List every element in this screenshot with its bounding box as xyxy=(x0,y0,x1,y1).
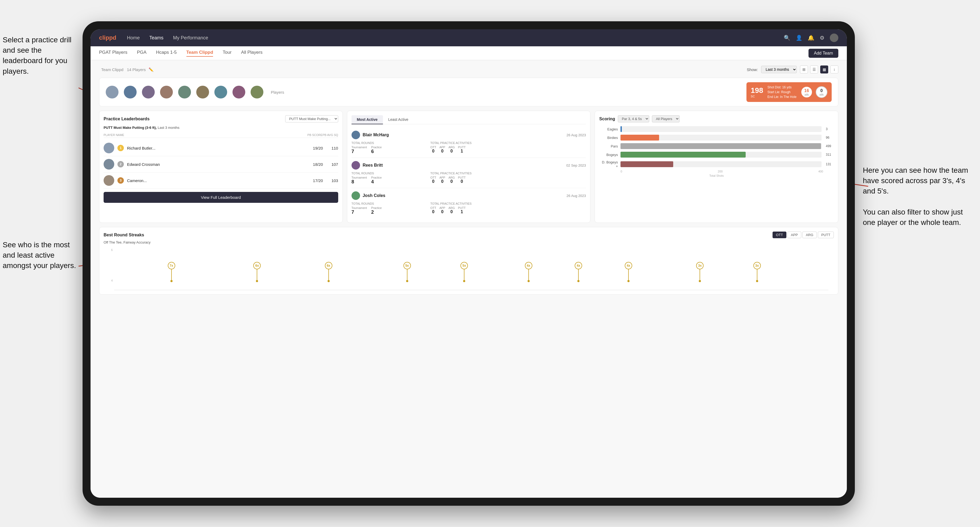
user-avatar[interactable] xyxy=(830,33,838,42)
navbar-links: Home Teams My Performance xyxy=(127,35,784,41)
pa-ott-label-2: OTT xyxy=(430,176,436,179)
pa-tournament-label-3: Tournament xyxy=(352,206,367,210)
pa-rounds-group-1: Total Rounds Tournament 7 Practice 6 xyxy=(352,141,428,154)
subnav-tour[interactable]: Tour xyxy=(223,50,231,57)
streaks-y-axis: 6 4 xyxy=(103,248,114,290)
lb-avg-1: 110 xyxy=(332,146,338,151)
leaderboard-row-1: 1 Richard Butler... 19/20 110 xyxy=(103,140,338,156)
streak-bottom-dot-2 xyxy=(328,280,330,282)
pa-app-label-1: APP xyxy=(439,146,445,149)
navbar: clippd Home Teams My Performance 🔍 👤 🔔 ⚙ xyxy=(91,29,847,46)
pa-name-3: Josh Coles xyxy=(352,191,385,200)
yds2-value: 0 xyxy=(821,88,823,93)
streak-bottom-dot-8 xyxy=(699,280,701,282)
view-leaderboard-btn[interactable]: View Full Leaderboard xyxy=(103,192,338,203)
streaks-subtitle: Off The Tee, Fairway Accuracy xyxy=(103,240,834,244)
view-grid-btn[interactable]: ⊞ xyxy=(800,65,808,73)
pa-practice-group-1: Total Practice Activities OTT 0 APP 0 xyxy=(430,141,507,154)
start-lie: Start Lie: Rough xyxy=(767,90,797,94)
leaderboard-table-header: PLAYER NAME PB SCORE PB AVG SQ xyxy=(103,132,338,138)
pa-mini-stats-2: OTT 0 APP 0 ARG 0 xyxy=(430,176,507,184)
pa-putt-label-3: PUTT xyxy=(458,206,466,210)
bar-value-Eagles: 3 xyxy=(826,127,834,131)
player-avatar-5[interactable] xyxy=(178,86,191,98)
player-avatar-3[interactable] xyxy=(142,86,155,98)
pa-total-practice-label-1: Total Practice Activities xyxy=(430,141,507,144)
nav-teams[interactable]: Teams xyxy=(150,35,164,41)
bar-track-Eagles xyxy=(620,126,822,132)
subnav-team-clippd[interactable]: Team Clippd xyxy=(186,50,213,57)
scoring-filter-2[interactable]: All Players xyxy=(652,115,679,122)
tab-least-active[interactable]: Least Active xyxy=(383,115,414,124)
user-icon[interactable]: 👤 xyxy=(796,35,802,41)
pa-putt-1: PUTT 1 xyxy=(458,146,466,154)
streak-dot-0: 7x xyxy=(168,262,175,269)
yds1-value: 16 xyxy=(804,88,809,93)
add-team-button[interactable]: Add Team xyxy=(808,49,838,58)
player-avatar-9[interactable] xyxy=(251,86,263,98)
streaks-btn-arg[interactable]: ARG xyxy=(802,232,817,238)
streaks-btn-ott[interactable]: OTT xyxy=(773,232,786,238)
view-card-btn[interactable]: ▦ xyxy=(820,65,828,73)
streak-bottom-dot-9 xyxy=(756,280,758,282)
player-avatar-4[interactable] xyxy=(160,86,173,98)
pa-arg-value-3: 0 xyxy=(449,210,455,214)
pa-putt-2: PUTT 0 xyxy=(458,176,466,184)
pa-tournament-col-1: Tournament 7 xyxy=(352,146,367,154)
pa-app-value-2: 0 xyxy=(439,179,445,184)
pa-date-2: 02 Sep 2023 xyxy=(566,163,586,167)
player-avatar-1[interactable] xyxy=(106,86,119,98)
pa-ott-label-1: OTT xyxy=(430,146,436,149)
tab-most-active[interactable]: Most Active xyxy=(352,115,383,124)
leaderboard-dropdown[interactable]: PUTT Must Make Putting... xyxy=(285,115,338,122)
pa-practice-col-3: Practice 2 xyxy=(371,206,382,215)
settings-icon[interactable]: ⚙ xyxy=(820,35,824,41)
subnav-pgat[interactable]: PGAT Players xyxy=(99,50,127,57)
streak-dot-9: 3x xyxy=(753,262,761,269)
pa-rounds-values-1: Tournament 7 Practice 6 xyxy=(352,146,428,154)
bar-label-Pars: Pars xyxy=(599,144,618,148)
bar-row-birdies: Birdies 96 xyxy=(599,135,834,141)
player-avatar-6[interactable] xyxy=(196,86,209,98)
bar-value-Birdies: 96 xyxy=(826,136,834,140)
subnav-all-players[interactable]: All Players xyxy=(241,50,262,57)
subnav-pga[interactable]: PGA xyxy=(137,50,146,57)
streak-line-6 xyxy=(578,269,579,280)
bar-row-eagles: Eagles 3 xyxy=(599,126,834,132)
streak-line-8 xyxy=(700,269,700,280)
nav-performance[interactable]: My Performance xyxy=(173,35,208,41)
streaks-btn-putt[interactable]: PUTT xyxy=(818,232,834,238)
scoring-filter-1[interactable]: Par 3, 4 & 5s xyxy=(618,115,649,122)
nav-home[interactable]: Home xyxy=(127,35,140,41)
edit-icon[interactable]: ✏️ xyxy=(149,67,154,72)
period-select[interactable]: Last 3 months xyxy=(761,66,797,73)
pa-practice-group-3: Total Practice Activities OTT 0 APP 0 xyxy=(430,202,507,215)
bar-fill-Birdies xyxy=(620,135,659,141)
streak-dot-7: 4x xyxy=(625,262,632,269)
subnav-hcaps[interactable]: Hcaps 1-5 xyxy=(156,50,177,57)
view-list-btn[interactable]: ☰ xyxy=(810,65,818,73)
pa-ott-2: OTT 0 xyxy=(430,176,436,184)
streak-pin-2: 6x xyxy=(325,262,332,282)
pa-header-2: Rees Britt 02 Sep 2023 xyxy=(352,161,586,170)
subnav: PGAT Players PGA Hcaps 1-5 Team Clippd T… xyxy=(91,46,847,60)
streaks-btn-app[interactable]: APP xyxy=(788,232,801,238)
bell-icon[interactable]: 🔔 xyxy=(808,35,815,41)
player-avatar-7[interactable] xyxy=(215,86,227,98)
pa-mini-stats-1: OTT 0 APP 0 ARG 0 xyxy=(430,146,507,154)
player-avatar-2[interactable] xyxy=(124,86,137,98)
search-icon[interactable]: 🔍 xyxy=(784,35,791,41)
view-sort-btn[interactable]: ↕ xyxy=(830,65,838,73)
bar-row-d.-bogeys-+: D. Bogeys + 131 xyxy=(599,160,834,168)
pa-rounds-group-2: Total Rounds Tournament 8 Practice 4 xyxy=(352,171,428,185)
yds-circle-2: 0 yds xyxy=(816,86,827,98)
player-avatar-8[interactable] xyxy=(232,86,245,98)
pa-mini-stats-3: OTT 0 APP 0 ARG 0 xyxy=(430,206,507,214)
pa-total-practice-label-2: Total Practice Activities xyxy=(430,171,507,175)
pa-date-3: 26 Aug 2023 xyxy=(566,194,586,198)
yds1-label: yds xyxy=(805,93,809,96)
pa-name-1: Blair McHarg xyxy=(352,131,389,139)
streaks-section: Best Round Streaks OTTAPPARGPUTT Off The… xyxy=(99,227,838,295)
chart-axis: 0 200 400 xyxy=(599,170,834,173)
lb-avg-2: 107 xyxy=(332,162,338,167)
